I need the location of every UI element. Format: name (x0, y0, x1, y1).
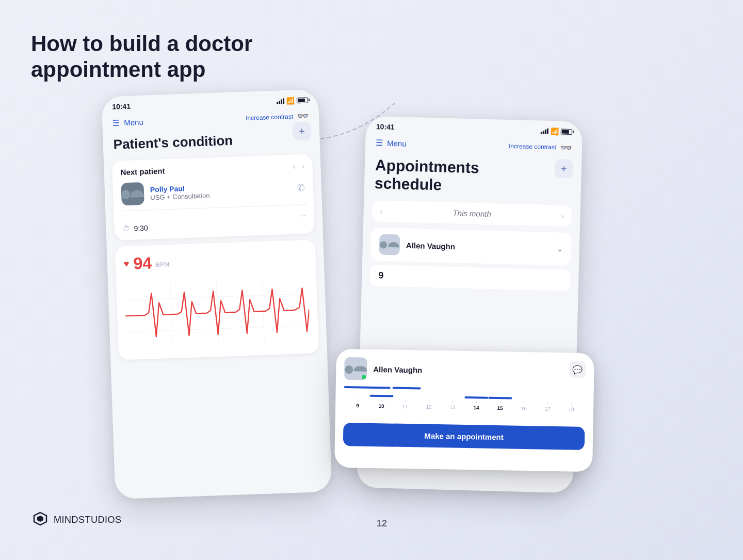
patient-info: Polly Paul USG + Consultation ✆ (121, 177, 305, 205)
heart-header: ♥ 94 BPM (123, 248, 308, 274)
make-appointment-button[interactable]: Make an appointment (343, 423, 585, 450)
nav-arrows: ‹ › (293, 162, 304, 170)
patient-details: Polly Paul USG + Consultation (150, 180, 292, 201)
progress-bars (344, 386, 586, 392)
next-arrow[interactable]: › (301, 162, 304, 170)
signal-bars-2 (541, 128, 548, 134)
timeline-label-10: 10 (378, 403, 384, 409)
heart-rate-card: ♥ 94 BPM (115, 239, 319, 360)
battery-icon-1 (297, 97, 308, 103)
next-patient-label: Next patient (120, 166, 165, 177)
logo-light: STUDIOS (78, 515, 122, 525)
status-time-2: 10:41 (376, 122, 395, 131)
appointment-time: 9:30 (134, 224, 148, 233)
menu-icon-1: ☰ (112, 118, 120, 127)
bottom-number: 12 (377, 518, 387, 529)
timeline: 9 10 11 12 13 14 (344, 394, 585, 412)
title-line1: How to build a doctor (31, 31, 252, 57)
heart-icon: ♥ (123, 259, 129, 269)
timeline-item-16: 16 (512, 402, 536, 412)
screen-content-1: Patient's condition + Next patient ‹ › (103, 125, 327, 360)
doctor-avatar-3 (344, 357, 367, 380)
contrast-label-1[interactable]: Increase contrast (246, 113, 293, 122)
nav-left-1: ☰ Menu (112, 117, 143, 127)
ecg-svg (124, 274, 311, 352)
month-nav: ‹ This month › (372, 200, 572, 227)
glasses-icon-1: 👓 (297, 110, 309, 122)
schedule-card: Allen Vaughn 💬 9 10 11 (334, 349, 594, 472)
screen-content-2: Appointments schedule + ‹ This month › (362, 152, 582, 292)
menu-label-2[interactable]: Menu (387, 138, 407, 148)
timeline-label-9: 9 (356, 403, 359, 408)
title-line2: appointment app (31, 57, 252, 83)
bpm-label: BPM (156, 261, 169, 268)
timeline-label-18: 18 (568, 407, 574, 412)
phone-call-icon[interactable]: ✆ (297, 182, 305, 194)
patient-avatar (121, 182, 144, 206)
doctor-card-2: Allen Vaughn ⌄ (370, 228, 572, 266)
add-button-2[interactable]: + (554, 159, 573, 178)
patient-card: Next patient ‹ › Polly Paul USG + Consul… (112, 154, 315, 240)
number-row: 9 (370, 265, 571, 291)
logo: MINDSTUDIOS (31, 510, 122, 529)
timeline-label-17: 17 (544, 406, 550, 412)
menu-label-1[interactable]: Menu (124, 117, 143, 126)
nav-left-2: ☰ Menu (376, 138, 407, 149)
contrast-label-2[interactable]: Increase contrast (509, 142, 556, 151)
patient-card-header: Next patient ‹ › (120, 162, 304, 177)
wifi-icon-2: 📶 (551, 127, 559, 135)
mindstudios-logo-icon (31, 510, 50, 529)
timeline-label-11: 11 (402, 404, 408, 409)
timeline-label-12: 12 (426, 404, 431, 410)
timeline-item-10: 10 (369, 395, 393, 409)
wifi-icon-1: 📶 (286, 97, 295, 105)
doctor-name-2: Allen Vaughn (406, 241, 455, 250)
schedule-card-inner: Allen Vaughn 💬 9 10 11 (335, 349, 594, 427)
timeline-item-11: 11 (393, 399, 417, 410)
timeline-item-12: 12 (417, 399, 441, 410)
appointments-title: Appointments schedule (373, 156, 481, 195)
menu-icon-2: ☰ (376, 138, 383, 148)
signal-bars-1 (277, 98, 284, 104)
doctor-schedule-info: Allen Vaughn (344, 357, 586, 384)
logo-bold: MIND (54, 515, 78, 525)
month-label: This month (453, 209, 491, 218)
screen-title-1: Patient's condition (111, 133, 235, 153)
status-icons-2: 📶 (541, 127, 572, 136)
ecg-container (124, 274, 311, 352)
next-month-arrow[interactable]: › (561, 212, 564, 220)
timeline-item-9: 9 (346, 398, 369, 409)
prev-month-arrow[interactable]: ‹ (380, 207, 382, 215)
timeline-label-15: 15 (497, 405, 503, 411)
add-button-1[interactable]: + (292, 121, 311, 140)
nav-right-2: Increase contrast 👓 (509, 140, 572, 153)
svg-marker-1 (37, 516, 43, 522)
doctor-avatar-2 (379, 234, 400, 255)
chevron-down-icon[interactable]: ⌄ (557, 245, 563, 253)
progress-bar-2 (393, 387, 421, 390)
progress-bar-1 (344, 386, 391, 389)
timeline-item-14: 14 (464, 396, 488, 411)
glasses-icon-2: 👓 (560, 142, 572, 154)
status-icons-1: 📶 (277, 96, 308, 105)
phone-patient-condition: 10:41 📶 ☰ Menu Increase c (102, 89, 332, 499)
timeline-item-17: 17 (536, 402, 559, 412)
timeline-label-16: 16 (521, 406, 526, 411)
page-title: How to build a doctor appointment app (31, 31, 252, 83)
schedule-doctor-name: Allen Vaughn (373, 364, 422, 374)
doctor-info: Allen Vaughn (379, 234, 455, 257)
title-line2-2: schedule (375, 174, 479, 195)
prev-arrow[interactable]: ‹ (293, 162, 296, 170)
clock-icon: ⏱ (122, 225, 130, 233)
bpm-value: 94 (133, 253, 152, 273)
timeline-item-13: 13 (441, 400, 464, 410)
timeline-label-13: 13 (449, 405, 455, 410)
status-time-1: 10:41 (112, 102, 131, 111)
timeline-item-18: 18 (559, 402, 583, 412)
timeline-label-14: 14 (473, 405, 479, 410)
chat-icon-button[interactable]: 💬 (569, 361, 586, 378)
battery-icon-2 (561, 129, 572, 135)
logo-text: MINDSTUDIOS (54, 515, 122, 525)
title-line1-2: Appointments (375, 156, 479, 177)
timeline-item-15: 15 (488, 397, 512, 411)
